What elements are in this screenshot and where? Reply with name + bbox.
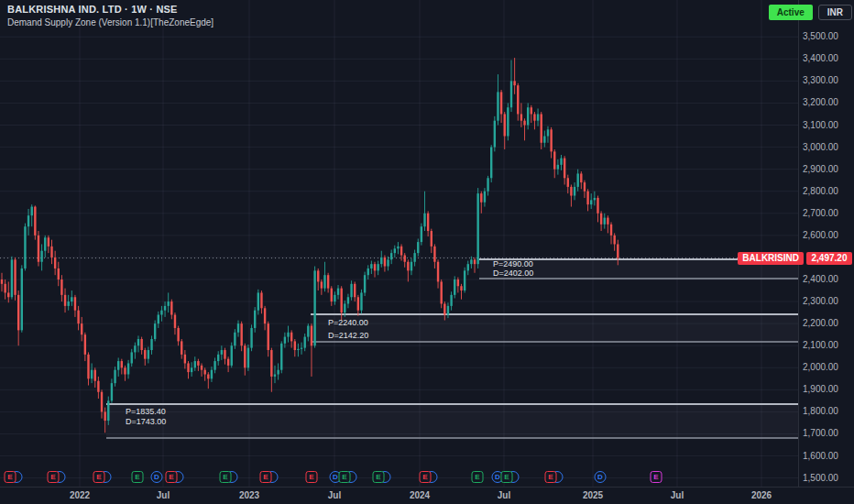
- price-axis-label: 1,900.00: [803, 384, 838, 394]
- earnings-badge[interactable]: E: [260, 471, 272, 483]
- earnings-badge[interactable]: E: [420, 471, 432, 483]
- time-axis-label: Jul: [328, 490, 341, 500]
- time-axis-label: Jul: [157, 490, 170, 500]
- earnings-badge[interactable]: E: [472, 471, 484, 483]
- time-axis-label: 2023: [239, 490, 259, 500]
- earnings-badge[interactable]: E: [501, 471, 513, 483]
- price-axis-label: 1,600.00: [803, 451, 838, 461]
- chart-window: BALKRISHNA IND. LTD · 1W · NSE Demand Su…: [0, 0, 854, 504]
- price-axis-label: 3,300.00: [803, 75, 838, 85]
- price-axis-label: 1,500.00: [803, 473, 838, 483]
- price-axis-label: 3,200.00: [803, 97, 838, 107]
- active-badge[interactable]: Active: [769, 5, 813, 20]
- price-axis-label: 1,700.00: [803, 428, 838, 438]
- candlestick-series: [1, 58, 619, 433]
- time-axis-label: 2026: [751, 490, 772, 500]
- time-axis[interactable]: 2022Jul2023Jul2024Jul2025Jul2026: [0, 488, 854, 504]
- price-axis-label: 2,600.00: [803, 230, 838, 240]
- top-right-controls: Active INR: [769, 5, 852, 20]
- zone-distal-label: D=2402.00: [493, 268, 533, 278]
- zone-proximal-label: P=1835.40: [126, 407, 166, 416]
- zone-proximal-label: P=2490.00: [493, 259, 533, 268]
- price-axis-label: 2,900.00: [803, 164, 838, 174]
- earnings-badge[interactable]: E: [93, 471, 105, 483]
- price-axis-label: 3,500.00: [803, 31, 838, 41]
- price-axis-label: 2,200.00: [803, 318, 838, 328]
- earnings-badge[interactable]: E: [651, 471, 662, 483]
- currency-button[interactable]: INR: [818, 5, 852, 20]
- indicator-label[interactable]: Demand Supply Zone (Version 1.1)[TheZone…: [7, 17, 214, 27]
- earnings-badge[interactable]: E: [373, 471, 385, 483]
- time-axis-label: 2022: [70, 490, 90, 500]
- price-axis-label: 2,800.00: [803, 186, 838, 196]
- price-axis-label: 2,700.00: [803, 208, 838, 218]
- dividend-badge[interactable]: D: [151, 471, 163, 483]
- last-price-row: BALKRISIND 2,497.20: [738, 252, 854, 265]
- earnings-badge[interactable]: E: [220, 471, 232, 483]
- time-axis-label: Jul: [498, 490, 510, 500]
- earnings-badge[interactable]: E: [339, 471, 351, 483]
- price-axis-label: 2,100.00: [803, 340, 838, 350]
- price-chart-canvas[interactable]: [0, 0, 854, 504]
- earnings-badge[interactable]: E: [166, 471, 178, 483]
- zone-distal-label: D=1743.00: [126, 417, 166, 426]
- earnings-badge[interactable]: E: [48, 471, 60, 483]
- price-axis-label: 2,400.00: [803, 274, 838, 284]
- price-axis[interactable]: 3,500.003,400.003,300.003,200.003,100.00…: [798, 0, 854, 487]
- symbol-title[interactable]: BALKRISHNA IND. LTD · 1W · NSE: [7, 4, 214, 15]
- chart-legend: BALKRISHNA IND. LTD · 1W · NSE Demand Su…: [7, 4, 214, 27]
- price-axis-label: 3,000.00: [803, 142, 838, 152]
- earnings-badge[interactable]: E: [5, 471, 16, 483]
- earnings-badge[interactable]: E: [306, 471, 318, 483]
- time-axis-label: 2025: [583, 490, 603, 500]
- zone-proximal-label: P=2240.00: [328, 318, 368, 327]
- time-axis-label: 2024: [410, 490, 430, 500]
- price-axis-label: 2,300.00: [803, 296, 838, 306]
- symbol-price-badge: BALKRISIND: [738, 252, 804, 265]
- price-axis-label: 3,100.00: [803, 120, 838, 130]
- supply-demand-zone[interactable]: [106, 404, 798, 438]
- price-axis-label: 3,400.00: [803, 53, 838, 63]
- time-axis-label: Jul: [671, 490, 684, 500]
- dividend-badge[interactable]: D: [595, 471, 607, 483]
- price-axis-label: 1,800.00: [803, 406, 838, 416]
- zone-distal-label: D=2142.20: [328, 331, 368, 340]
- supply-demand-zone[interactable]: [311, 314, 798, 342]
- price-axis-label: 2,000.00: [803, 362, 838, 372]
- earnings-badge[interactable]: E: [545, 471, 557, 483]
- earnings-badge[interactable]: E: [132, 471, 144, 483]
- last-price-badge: 2,497.20: [806, 252, 852, 265]
